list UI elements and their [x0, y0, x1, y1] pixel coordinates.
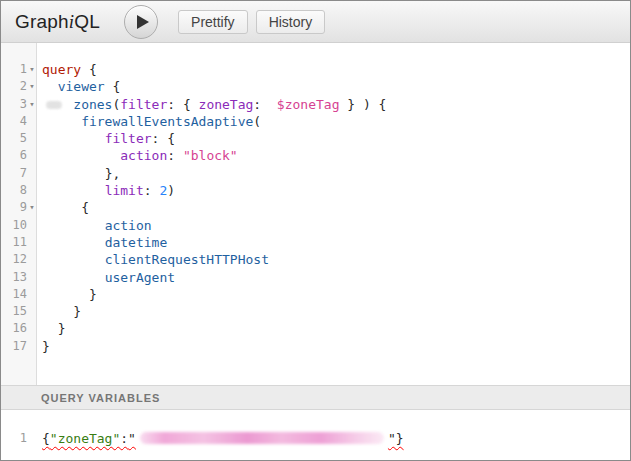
- token: "}: [388, 431, 404, 446]
- code-text: {: [37, 199, 89, 216]
- fold-gutter-spacer: [27, 113, 37, 130]
- fold-arrow-icon[interactable]: ▾: [27, 96, 37, 113]
- token: :: [144, 183, 152, 198]
- token: [42, 183, 105, 198]
- code-line[interactable]: 8 limit: 2): [1, 182, 630, 199]
- token: ): [363, 97, 371, 112]
- code-text: filter: {: [37, 130, 175, 147]
- code-line[interactable]: 7 },: [1, 165, 630, 182]
- line-number: 5: [1, 130, 27, 147]
- token: "zoneTag": [50, 431, 120, 446]
- fold-gutter-spacer: [27, 217, 37, 234]
- code-line[interactable]: 13 userAgent: [1, 269, 630, 286]
- token: (: [253, 114, 261, 129]
- token: limit: [105, 183, 144, 198]
- line-number: 15: [1, 303, 27, 320]
- line-number: 3: [1, 96, 27, 113]
- token: {: [42, 431, 50, 446]
- redacted-value: [140, 432, 384, 444]
- fold-arrow-icon[interactable]: ▾: [27, 78, 37, 95]
- code-text: limit: 2): [37, 182, 175, 199]
- code-line[interactable]: 14 }: [1, 286, 630, 303]
- query-variables-header[interactable]: QUERY VARIABLES: [1, 385, 630, 410]
- graphiql-app: GraphiQL Prettify History 1▾query {2▾ vi…: [0, 0, 631, 461]
- code-line[interactable]: 11 datetime: [1, 234, 630, 251]
- token: [42, 304, 73, 319]
- app-title-graph: Graph: [15, 11, 69, 32]
- token: }: [73, 304, 81, 319]
- code-line[interactable]: 16 }: [1, 320, 630, 337]
- token: :: [167, 97, 175, 112]
- token: [175, 148, 183, 163]
- token: datetime: [105, 235, 168, 250]
- token: ": [128, 431, 136, 446]
- code-line[interactable]: 10 action: [1, 217, 630, 234]
- toolbar: GraphiQL Prettify History: [1, 1, 630, 43]
- token: [42, 218, 105, 233]
- token: $zoneTag: [277, 97, 340, 112]
- play-icon: [137, 15, 149, 29]
- fold-gutter-spacer: [27, 286, 37, 303]
- execute-button[interactable]: [124, 5, 158, 39]
- token: }: [58, 321, 66, 336]
- line-number: 12: [1, 251, 27, 268]
- prettify-button[interactable]: Prettify: [178, 10, 248, 34]
- code-text: clientRequestHTTPHost: [37, 251, 269, 268]
- fold-gutter-spacer: [27, 338, 37, 355]
- line-number: 14: [1, 286, 27, 303]
- code-line[interactable]: 4 firewallEventsAdaptive(: [1, 113, 630, 130]
- code-line[interactable]: 3▾ zones(filter: { zoneTag: $zoneTag } )…: [1, 96, 630, 113]
- variables-editor[interactable]: 1{"zoneTag":""}: [1, 410, 630, 459]
- token: [81, 62, 89, 77]
- token: filter: [120, 97, 167, 112]
- fold-gutter-spacer: [27, 182, 37, 199]
- code-line[interactable]: 17}: [1, 338, 630, 355]
- line-number: 17: [1, 338, 27, 355]
- token: zones: [73, 97, 112, 112]
- token: }: [347, 97, 355, 112]
- code-line[interactable]: 6 action: "block": [1, 147, 630, 164]
- code-text: query {: [37, 61, 97, 78]
- token: :: [253, 97, 261, 112]
- token: [42, 131, 105, 146]
- fold-arrow-icon[interactable]: ▾: [27, 199, 37, 216]
- token: [261, 97, 277, 112]
- token: [371, 97, 379, 112]
- line-number: 1: [1, 430, 27, 447]
- token: :: [120, 431, 128, 446]
- code-text: action: [37, 217, 152, 234]
- code-line[interactable]: 1{"zoneTag":""}: [1, 430, 630, 447]
- code-text: {"zoneTag":""}: [37, 430, 404, 447]
- code-line[interactable]: 1▾query {: [1, 61, 630, 78]
- code-text: firewallEventsAdaptive(: [37, 113, 261, 130]
- query-editor[interactable]: 1▾query {2▾ viewer {3▾ zones(filter: { z…: [1, 43, 630, 385]
- code-line[interactable]: 12 clientRequestHTTPHost: [1, 251, 630, 268]
- code-line[interactable]: 2▾ viewer {: [1, 78, 630, 95]
- line-number: 4: [1, 113, 27, 130]
- code-line[interactable]: 5 filter: {: [1, 130, 630, 147]
- code-line[interactable]: 9▾ {: [1, 199, 630, 216]
- line-number: 6: [1, 147, 27, 164]
- fold-gutter-spacer: [27, 147, 37, 164]
- code-text: zones(filter: { zoneTag: $zoneTag } ) {: [37, 96, 386, 113]
- token: zoneTag: [199, 97, 254, 112]
- token: {: [89, 62, 97, 77]
- token: [42, 235, 105, 250]
- fold-arrow-icon[interactable]: ▾: [27, 61, 37, 78]
- query-variables-title: QUERY VARIABLES: [41, 392, 160, 404]
- token: }: [89, 287, 97, 302]
- token: {: [167, 131, 175, 146]
- code-lines: 1▾query {2▾ viewer {3▾ zones(filter: { z…: [1, 43, 630, 355]
- token: [42, 252, 105, 267]
- code-text: userAgent: [37, 269, 175, 286]
- code-text: }: [37, 286, 97, 303]
- token: action: [105, 218, 152, 233]
- fold-gutter-spacer: [27, 430, 37, 447]
- token: firewallEventsAdaptive: [81, 114, 253, 129]
- token: [42, 287, 89, 302]
- token: [42, 321, 58, 336]
- history-button[interactable]: History: [256, 10, 326, 34]
- redaction-artifact: [46, 101, 62, 109]
- token: action: [120, 148, 167, 163]
- code-line[interactable]: 15 }: [1, 303, 630, 320]
